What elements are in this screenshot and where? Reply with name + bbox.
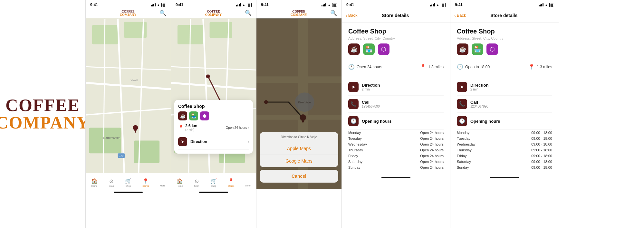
signal-icon-4 — [430, 3, 435, 6]
app-logo-line2-3: COMPANY — [291, 13, 307, 16]
app-logo-small: COFFEE COMPANY — [120, 10, 136, 16]
back-button-4[interactable]: ‹ Back — [346, 13, 358, 18]
call-list-item-4[interactable]: 📞 Call 1234567890 — [348, 96, 444, 113]
status-time-5: 9:41 — [455, 3, 463, 7]
hours-time: 09:00 - 18:00 — [531, 160, 552, 164]
nav-home-label: Home — [91, 185, 98, 187]
google-maps-option[interactable]: Google Maps — [260, 155, 338, 167]
nav-shop[interactable]: 🛒 Shop — [125, 178, 131, 187]
shop-icon-2: 🛒 — [210, 178, 217, 184]
location-icon: 📍 — [178, 125, 184, 130]
screen-logo: COFFEE COMPANY — [0, 0, 85, 228]
svg-point-28 — [206, 74, 210, 78]
logo-company: COMPANY — [0, 114, 85, 131]
signal-icon-5 — [539, 3, 543, 6]
battery-icon: ▓ — [161, 3, 166, 7]
hours-row: Sunday09:00 - 18:00 — [457, 165, 552, 170]
nav-shop-2[interactable]: 🛒 Shop — [210, 178, 217, 187]
signal-icon-2 — [236, 3, 241, 6]
call-number-5: 1234567890 — [470, 105, 488, 108]
hex-icon-5[interactable]: ⬡ — [486, 43, 498, 55]
bottom-nav-2: 🏠 Home ⊙ Scan 🛒 Shop 📍 Stores ··· More — [171, 173, 256, 191]
home-icon: 🏠 — [91, 178, 98, 184]
direction-list-icon-4: ➤ — [348, 82, 359, 92]
more-icon-2: ··· — [246, 178, 250, 184]
popup-info-row: 📍 2.6 km (7 min) Open 24 hours › — [178, 124, 249, 131]
search-button[interactable]: 🔍 — [159, 10, 166, 16]
search-button-2[interactable]: 🔍 — [245, 10, 252, 16]
scan-icon: ⊙ — [109, 178, 113, 184]
hours-time: 09:00 - 18:00 — [531, 142, 552, 146]
back-label-5: Back — [457, 13, 466, 18]
store-icon-5[interactable]: 🏪 — [472, 43, 483, 55]
signal-icon-3 — [322, 3, 326, 6]
direction-list-item-4[interactable]: ➤ Direction 2 min — [348, 79, 444, 96]
hours-list-5: Monday09:00 - 18:00Tuesday09:00 - 18:00W… — [457, 130, 552, 170]
hours-row: ThursdayOpen 24 hours — [348, 147, 444, 153]
sheet-title: Direction to Circle K Vejle — [260, 132, 338, 142]
app-header-3: COFFEE COMPANY 🔍 — [256, 8, 341, 18]
back-button-5[interactable]: ‹ Back — [454, 13, 466, 18]
status-time-4: 9:41 — [346, 3, 354, 7]
apple-maps-option[interactable]: Apple Maps — [260, 142, 338, 155]
battery-icon-4: ▓ — [441, 3, 446, 7]
page-title-5: Store details — [466, 13, 542, 18]
info-pair-4: 🕐 Open 24 hours 📍 1.3 miles — [348, 64, 444, 74]
hours-day: Wednesday — [348, 142, 367, 146]
nav-scan[interactable]: ⊙ Scan — [109, 178, 114, 187]
search-button-3[interactable]: 🔍 — [330, 10, 337, 16]
detail-body-4: Coffee Shop Address: Street, City, Count… — [342, 23, 450, 176]
direction-label: Direction — [190, 139, 207, 144]
app-header-2: COFFEE COMPANY 🔍 — [171, 8, 256, 18]
direction-list-item-5[interactable]: ➤ Direction 2 min — [457, 79, 552, 96]
hex-icon-4[interactable]: ⬡ — [378, 43, 389, 55]
nav-stores[interactable]: 📍 Stores — [142, 178, 149, 187]
coffee-icon-5[interactable]: ☕ — [457, 43, 468, 55]
call-number-4: 1234567890 — [362, 105, 380, 108]
distance-block: 📍 2.6 km (7 min) — [178, 124, 197, 131]
status-icons-3: ▲ ▓ — [322, 3, 337, 7]
hours-row: Thursday09:00 - 18:00 — [457, 147, 552, 153]
map-area[interactable]: Vibyvej Nørremarken 170 — [86, 18, 171, 173]
direction-list-icon-5: ➤ — [457, 82, 467, 92]
hours-day: Tuesday — [457, 137, 470, 140]
svg-text:170: 170 — [119, 154, 124, 157]
hours-row: SundayOpen 24 hours — [348, 165, 444, 170]
hours-day: Thursday — [457, 148, 472, 152]
hours-day: Saturday — [348, 160, 362, 164]
hours-time: 09:00 - 18:00 — [531, 154, 552, 158]
home-indicator-2 — [199, 192, 228, 193]
hours-list-item-4[interactable]: 🕐 Opening hours — [348, 113, 444, 130]
app-logo-line1-2: COFFEE — [205, 10, 222, 13]
hours-row: Wednesday09:00 - 18:00 — [457, 141, 552, 147]
nav-scan-2[interactable]: ⊙ Scan — [194, 178, 199, 187]
hours-list-item-5[interactable]: 🕐 Opening hours — [457, 113, 552, 130]
home-icon-2: 🏠 — [177, 178, 183, 184]
coffee-icon-4[interactable]: ☕ — [348, 43, 360, 55]
hours-time: Open 24 hours — [420, 154, 444, 158]
store-icon-4[interactable]: 🏪 — [363, 43, 375, 55]
direction-list-label-4: Direction — [362, 83, 380, 88]
detail-header-5: ‹ Back Store details — [450, 8, 559, 23]
shop-icon: 🛒 — [125, 178, 131, 184]
cancel-button[interactable]: Cancel — [260, 170, 338, 183]
action-icons-row-4: ☕ 🏪 ⬡ — [348, 43, 444, 59]
back-chevron-icon-4: ‹ — [346, 13, 347, 18]
app-logo-line2: COMPANY — [120, 13, 136, 16]
clock-icon-4: 🕐 — [348, 64, 355, 70]
direction-chevron-icon: › — [248, 140, 249, 144]
nav-stores-2[interactable]: 📍 Stores — [228, 178, 234, 187]
hours-time: 09:00 - 18:00 — [531, 148, 552, 152]
svg-rect-4 — [134, 140, 159, 163]
nav-more-2[interactable]: ··· More — [245, 178, 251, 187]
distance-info-5: 📍 1.3 miles — [528, 64, 552, 70]
nav-more[interactable]: ··· More — [160, 178, 165, 187]
call-list-item-5[interactable]: 📞 Call 1234567890 — [457, 96, 552, 113]
nav-home[interactable]: 🏠 Home — [91, 178, 98, 187]
popup-store-name: Coffee Shop — [178, 104, 249, 109]
hours-day: Sunday — [348, 166, 360, 169]
open-status-5: 🕐 Open to 18:00 — [457, 64, 490, 70]
map-area-2[interactable]: Coffee Shop ☕ 🏪 ⬢ 📍 2.6 km (7 min) Open … — [171, 18, 256, 173]
direction-button[interactable]: ➤ Direction › — [178, 134, 249, 150]
nav-home-2[interactable]: 🏠 Home — [177, 178, 183, 187]
